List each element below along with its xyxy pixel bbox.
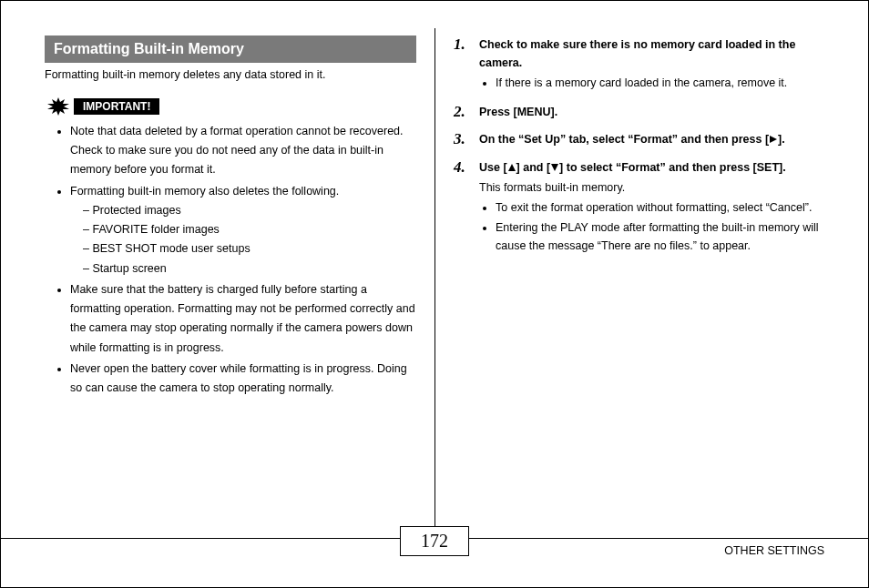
- step-heading: Press [MENU].: [479, 103, 824, 121]
- list-item: BEST SHOT mode user setups: [83, 239, 416, 259]
- list-item: Note that data deleted by a format opera…: [70, 122, 416, 180]
- list-item-text: Formatting built-in memory also deletes …: [70, 185, 339, 198]
- step-heading: Check to make sure there is no memory ca…: [479, 35, 824, 72]
- step-number: 1.: [454, 35, 472, 94]
- manual-page: Formatting Built-in Memory Formatting bu…: [0, 0, 869, 588]
- list-item: Startup screen: [83, 259, 416, 279]
- step-number: 3.: [454, 130, 472, 148]
- deleted-items-list: Protected images FAVORITE folder images …: [70, 201, 416, 279]
- right-column: 1. Check to make sure there is no memory…: [434, 28, 835, 533]
- step-number: 4.: [454, 158, 472, 257]
- step-bullets: If there is a memory card loaded in the …: [479, 74, 824, 92]
- step-2: 2. Press [MENU].: [454, 103, 824, 121]
- section-heading: Formatting Built-in Memory: [45, 35, 416, 63]
- list-item: Protected images: [83, 201, 416, 220]
- svg-marker-2: [508, 164, 516, 171]
- left-column: Formatting Built-in Memory Formatting bu…: [34, 28, 434, 533]
- list-item: To exit the format operation without for…: [496, 198, 824, 217]
- burst-icon: [46, 96, 70, 117]
- footer-section-label: OTHER SETTINGS: [724, 544, 824, 557]
- step-subtext: This formats built-in memory.: [479, 178, 824, 197]
- important-list: Note that data deleted by a format opera…: [45, 122, 416, 399]
- step-1: 1. Check to make sure there is no memory…: [454, 35, 824, 94]
- important-callout: IMPORTANT!: [46, 96, 416, 117]
- step-number: 2.: [454, 103, 472, 121]
- step-heading: Use [] and [] to select “Format” and the…: [479, 158, 824, 177]
- svg-marker-0: [47, 97, 69, 116]
- svg-marker-1: [770, 136, 777, 143]
- list-item: Entering the PLAY mode after formatting …: [496, 218, 824, 255]
- step-3: 3. On the “Set Up” tab, select “Format” …: [454, 130, 824, 148]
- step-heading: On the “Set Up” tab, select “Format” and…: [479, 130, 824, 148]
- two-column-layout: Formatting Built-in Memory Formatting bu…: [34, 28, 835, 533]
- list-item: Formatting built-in memory also deletes …: [70, 182, 416, 279]
- intro-text: Formatting built-in memory deletes any d…: [45, 66, 416, 84]
- svg-marker-3: [551, 164, 558, 171]
- down-triangle-icon: [550, 163, 559, 172]
- list-item: Never open the battery cover while forma…: [70, 360, 416, 399]
- step-4: 4. Use [] and [] to select “Format” and …: [454, 158, 824, 257]
- list-item: If there is a memory card loaded in the …: [496, 74, 824, 92]
- list-item: FAVORITE folder images: [83, 220, 416, 239]
- page-footer: OTHER SETTINGS 172: [1, 538, 868, 587]
- up-triangle-icon: [507, 163, 516, 172]
- step-bullets: To exit the format operation without for…: [479, 198, 824, 255]
- list-item: Make sure that the battery is charged fu…: [70, 280, 416, 358]
- page-number: 172: [400, 526, 469, 556]
- right-triangle-icon: [769, 135, 778, 144]
- important-label: IMPORTANT!: [74, 98, 159, 115]
